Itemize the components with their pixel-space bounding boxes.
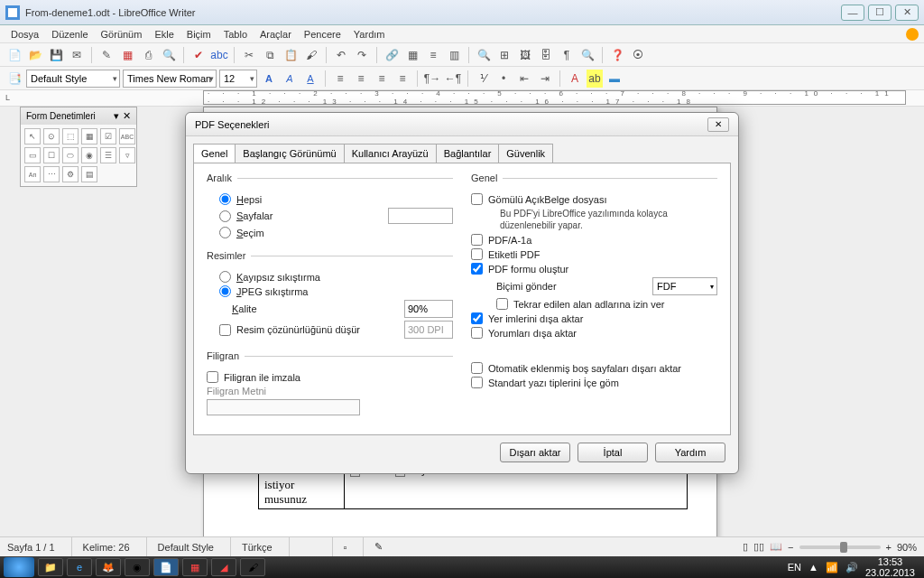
input-sayfalar[interactable]: [388, 208, 453, 224]
font-name-combo[interactable]: Times New Roman▾: [123, 70, 217, 88]
tray-lang[interactable]: EN: [788, 562, 801, 573]
find-icon[interactable]: 🔍: [475, 46, 493, 64]
highlight-icon[interactable]: ab: [587, 70, 603, 88]
check-yazi[interactable]: [471, 377, 483, 388]
check-yerimleri[interactable]: [471, 312, 483, 324]
copy-icon[interactable]: ⧉: [261, 46, 279, 64]
tab-genel[interactable]: Genel: [193, 144, 236, 163]
menu-araclar[interactable]: Araçlar: [254, 27, 297, 42]
task-writer-icon[interactable]: 📄: [153, 558, 179, 576]
fp-button-icon[interactable]: ⬭: [62, 147, 79, 163]
start-button[interactable]: [4, 557, 34, 577]
nonprint-icon[interactable]: ¶: [558, 46, 576, 64]
task-pdf1-icon[interactable]: ▦: [182, 558, 208, 576]
redo-icon[interactable]: ↷: [353, 46, 371, 64]
menu-bicim[interactable]: Biçim: [181, 27, 217, 42]
status-page[interactable]: Sayfa 1 / 1: [7, 542, 55, 553]
help-btn-icon[interactable]: ❓: [608, 46, 626, 64]
bullets-icon[interactable]: •: [494, 70, 513, 88]
bold-icon[interactable]: A: [260, 70, 278, 88]
italic-icon[interactable]: A: [281, 70, 299, 88]
task-chrome-icon[interactable]: ◉: [125, 558, 150, 576]
spin-kalite[interactable]: 90%: [404, 300, 453, 318]
fp-form-icon[interactable]: ▦: [81, 128, 97, 144]
check-etiketli[interactable]: [471, 248, 483, 260]
cols-icon[interactable]: ▥: [445, 46, 463, 64]
para-style-combo[interactable]: Default Style▾: [26, 70, 120, 88]
horizontal-ruler[interactable]: · · · 1 · · · 2 · · · 3 · · · 4 · · · 5 …: [203, 90, 906, 105]
zoom-slider[interactable]: [799, 545, 881, 549]
status-style[interactable]: Default Style: [146, 537, 214, 556]
menu-yardim[interactable]: Yardım: [348, 27, 391, 42]
fp-edit-icon[interactable]: ▭: [24, 147, 41, 163]
font-size-combo[interactable]: 12▾: [219, 70, 257, 88]
fp-design-icon[interactable]: ⊙: [43, 128, 60, 144]
paste-icon[interactable]: 📋: [282, 46, 300, 64]
tray-time[interactable]: 13:53: [865, 556, 915, 567]
fp-text-icon[interactable]: ABC: [119, 128, 135, 144]
palette-close-icon[interactable]: ✕: [123, 110, 131, 122]
check-gomulu[interactable]: [471, 193, 483, 205]
close-button[interactable]: ✕: [895, 5, 919, 21]
status-lang[interactable]: Türkçe: [230, 537, 273, 556]
menu-pencere[interactable]: Pencere: [299, 27, 346, 42]
new-doc-icon[interactable]: 📄: [5, 46, 23, 64]
zoom-icon[interactable]: 🔍: [578, 46, 596, 64]
check-filigran[interactable]: [207, 371, 218, 383]
preview-icon[interactable]: 🔍: [160, 46, 178, 64]
font-color-icon[interactable]: A: [566, 70, 584, 88]
check-formu[interactable]: [471, 263, 483, 275]
fp-list-icon[interactable]: ☰: [100, 147, 116, 163]
form-controls-palette[interactable]: Form Denetimleri▾✕ ↖ ⊙ ⬚ ▦ ☑ ABC ▭ ☐ ⬭ ◉…: [20, 107, 137, 187]
help-button[interactable]: Yardım: [655, 443, 725, 462]
task-pdf2-icon[interactable]: ◢: [211, 558, 236, 576]
fp-label-icon[interactable]: An: [24, 166, 41, 182]
tab-baslangic[interactable]: Başlangıç Görünümü: [235, 144, 344, 163]
view-single-icon[interactable]: ▯: [743, 541, 748, 553]
task-firefox-icon[interactable]: 🦊: [96, 558, 121, 576]
menu-duzenle[interactable]: Düzenle: [46, 27, 93, 42]
fp-wizard-icon[interactable]: ⚙: [62, 166, 79, 182]
format-paint-icon[interactable]: 🖌: [302, 46, 320, 64]
align-right-icon[interactable]: ≡: [373, 70, 391, 88]
gallery-icon[interactable]: 🖼: [516, 46, 534, 64]
tray-flag-icon[interactable]: ▲: [808, 562, 818, 573]
numbering-icon[interactable]: ⅟: [474, 70, 492, 88]
radio-kayipsiz[interactable]: [219, 271, 231, 283]
cancel-button[interactable]: İptal: [578, 443, 648, 462]
fp-check-icon[interactable]: ☑: [100, 128, 116, 144]
export-button[interactable]: Dışarı aktar: [500, 443, 570, 462]
zoom-value[interactable]: 90%: [897, 542, 917, 553]
zoom-out-icon[interactable]: −: [788, 542, 793, 553]
check-tekrar[interactable]: [496, 298, 508, 310]
radio-secim[interactable]: [219, 227, 231, 238]
radio-hepsi[interactable]: [219, 193, 231, 205]
palette-menu-icon[interactable]: ▾: [114, 110, 119, 122]
fp-cb-icon[interactable]: ☐: [43, 147, 60, 163]
rtl-icon[interactable]: ←¶: [444, 70, 462, 88]
check-yorum[interactable]: [471, 327, 483, 339]
tray-vol-icon[interactable]: 🔊: [845, 562, 858, 573]
minimize-button[interactable]: —: [841, 5, 864, 21]
radio-sayfalar[interactable]: [219, 210, 231, 222]
hyperlink-icon[interactable]: 🔗: [383, 46, 401, 64]
dialog-close-button[interactable]: ✕: [707, 117, 729, 132]
styles-icon[interactable]: 📑: [5, 70, 23, 88]
tray-net-icon[interactable]: 📶: [826, 562, 838, 573]
indent-dec-icon[interactable]: ⇤: [515, 70, 533, 88]
save-icon[interactable]: 💾: [47, 46, 65, 64]
abc-icon[interactable]: abc: [210, 46, 228, 64]
status-words[interactable]: Kelime: 26: [71, 537, 130, 556]
zoom-in-icon[interactable]: +: [886, 542, 892, 553]
select-bicimi[interactable]: FDF▾: [652, 277, 717, 295]
radio-jpeg[interactable]: [219, 285, 231, 297]
fp-more-icon[interactable]: ⋯: [43, 166, 60, 182]
align-center-icon[interactable]: ≡: [352, 70, 370, 88]
view-multi-icon[interactable]: ▯▯: [753, 541, 764, 553]
spellcheck-icon[interactable]: ✔: [189, 46, 208, 64]
help-icon[interactable]: [906, 28, 919, 41]
view-book-icon[interactable]: 📖: [770, 541, 782, 553]
align-left-icon[interactable]: ≡: [331, 70, 349, 88]
menu-dosya[interactable]: Dosya: [5, 27, 44, 42]
navigator-icon[interactable]: ⊞: [495, 46, 513, 64]
